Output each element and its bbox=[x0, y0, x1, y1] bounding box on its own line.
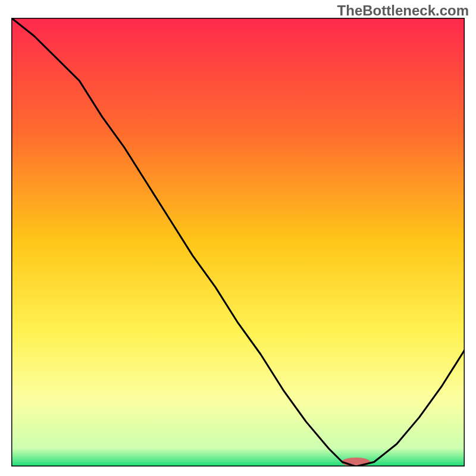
chart-bottleneck-marker bbox=[342, 458, 371, 466]
watermark-text: TheBottleneck.com bbox=[337, 2, 469, 19]
bottleneck-chart bbox=[11, 18, 465, 466]
bottleneck-chart-svg bbox=[11, 18, 465, 466]
chart-background bbox=[11, 18, 465, 466]
